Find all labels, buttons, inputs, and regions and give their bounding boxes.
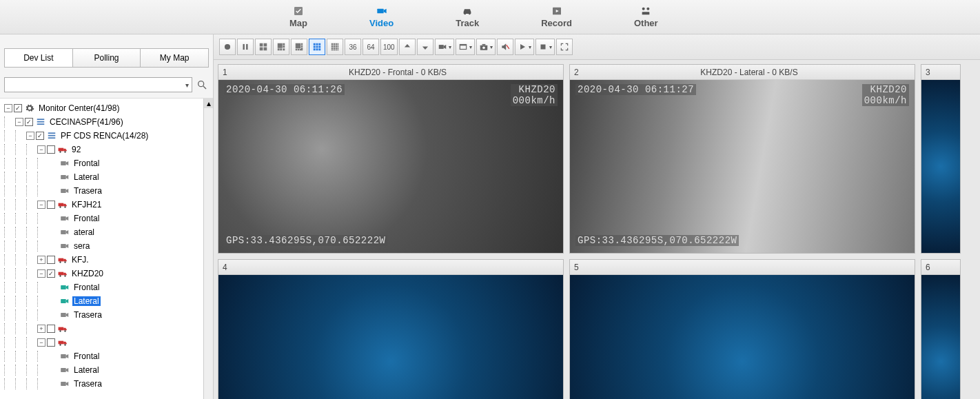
tool-play[interactable]: [515, 39, 534, 55]
expander-icon[interactable]: −: [37, 269, 45, 278]
svg-rect-76: [331, 43, 333, 45]
checkbox[interactable]: [47, 269, 55, 278]
tool-grid16[interactable]: [327, 39, 343, 55]
tool-grid4[interactable]: [255, 39, 272, 55]
tool-fullscreen[interactable]: [556, 39, 573, 55]
expander-icon[interactable]: +: [37, 256, 45, 264]
expander-icon[interactable]: −: [15, 118, 23, 126]
num-label: 64: [367, 43, 374, 51]
svg-rect-63: [296, 49, 297, 50]
tool-grid8[interactable]: [291, 39, 307, 55]
tree-node-label[interactable]: Lateral: [72, 365, 101, 375]
list-icon: [46, 131, 57, 141]
tab-my-map[interactable]: My Map: [141, 48, 209, 68]
checkbox[interactable]: [25, 118, 33, 126]
tool-grid6[interactable]: [273, 39, 289, 55]
checkbox[interactable]: [47, 256, 55, 264]
tree-node-label[interactable]: 92: [70, 145, 82, 154]
tool-grid36[interactable]: 36: [345, 39, 361, 55]
tile-body[interactable]: 2020-04-30 06:11:26KHZD20000km/hGPS:33.4…: [218, 80, 563, 253]
tool-mute[interactable]: [497, 39, 513, 55]
search-button[interactable]: [195, 78, 209, 92]
svg-point-8: [198, 81, 204, 87]
tile-number: 3: [926, 68, 935, 77]
expander-icon[interactable]: −: [26, 132, 34, 140]
tool-grid64[interactable]: 64: [363, 39, 379, 55]
nav-track[interactable]: Track: [456, 6, 479, 28]
nav-other[interactable]: Other: [634, 6, 658, 28]
svg-rect-22: [59, 203, 64, 207]
tool-stop[interactable]: [535, 39, 555, 55]
tree-node-label[interactable]: Frontal: [72, 283, 101, 292]
tile-body[interactable]: [921, 275, 960, 399]
tree-node-label[interactable]: Lateral: [72, 296, 101, 306]
tool-stream[interactable]: [435, 39, 454, 55]
tile-body[interactable]: [921, 80, 960, 253]
nav-video[interactable]: Video: [369, 6, 394, 28]
tile-title: KHZD20 - Lateral - 0 KB/S: [588, 68, 910, 77]
video-tile[interactable]: 3: [921, 64, 961, 254]
svg-rect-16: [59, 148, 64, 152]
search-combo[interactable]: [4, 77, 192, 92]
svg-point-96: [482, 46, 485, 49]
tree-node-label[interactable]: CECINASPF(41/96): [48, 117, 125, 127]
tile-body[interactable]: [570, 275, 915, 399]
tree-node-label[interactable]: Trasera: [72, 310, 103, 320]
camera-icon: [59, 227, 70, 237]
camera-icon: [59, 365, 70, 375]
tool-grid9[interactable]: [309, 39, 325, 55]
tree-scrollbar[interactable]: ▴: [203, 99, 213, 399]
svg-rect-49: [260, 43, 263, 47]
nav-map[interactable]: Map: [289, 6, 307, 28]
tile-body[interactable]: [218, 275, 563, 399]
tree-node-label[interactable]: PF CDS RENCA(14/28): [59, 131, 150, 141]
svg-rect-37: [59, 327, 64, 331]
tree-node-label[interactable]: Lateral: [72, 172, 101, 182]
checkbox[interactable]: [47, 325, 55, 333]
expander-icon[interactable]: −: [37, 338, 45, 347]
video-tile[interactable]: 2KHZD20 - Lateral - 0 KB/S2020-04-30 06:…: [569, 64, 915, 254]
svg-rect-85: [334, 48, 335, 49]
tile-body[interactable]: 2020-04-30 06:11:27KHZD20000km/hGPS:33.4…: [570, 80, 915, 253]
tool-grid100[interactable]: 100: [380, 39, 398, 55]
device-tree[interactable]: −Monitor Center(41/98)−CECINASPF(41/96)−…: [0, 98, 213, 399]
expander-icon[interactable]: −: [4, 104, 12, 112]
checkbox[interactable]: [47, 201, 55, 209]
expander-icon[interactable]: +: [37, 325, 45, 333]
expander-icon[interactable]: −: [37, 201, 45, 209]
tree-node-label[interactable]: Trasera: [72, 186, 103, 196]
expander-icon[interactable]: −: [37, 145, 45, 154]
tool-record[interactable]: [219, 39, 236, 55]
tree-node-label[interactable]: sera: [72, 241, 91, 251]
tool-pause[interactable]: [237, 39, 254, 55]
svg-rect-64: [298, 49, 299, 50]
tool-window[interactable]: [456, 39, 475, 55]
tool-page-down[interactable]: [417, 39, 433, 55]
tree-node-label[interactable]: Frontal: [72, 214, 101, 223]
video-tile[interactable]: 6: [921, 259, 961, 399]
video-tile[interactable]: 4: [218, 259, 564, 399]
checkbox[interactable]: [36, 132, 44, 140]
checkbox[interactable]: [47, 145, 55, 154]
tab-polling[interactable]: Polling: [73, 48, 141, 68]
video-tile[interactable]: 1KHZD20 - Frontal - 0 KB/S2020-04-30 06:…: [218, 64, 564, 254]
tree-node-label[interactable]: KFJH21: [70, 200, 103, 209]
tree-node-label[interactable]: KHZD20: [70, 269, 105, 278]
tool-page-up[interactable]: [399, 39, 416, 55]
nav-record[interactable]: Record: [541, 6, 572, 28]
svg-rect-61: [301, 45, 303, 47]
tab-dev-list[interactable]: Dev List: [4, 48, 73, 68]
tree-node-label[interactable]: Trasera: [72, 379, 103, 389]
truck-icon: [57, 324, 68, 334]
tree-node-label[interactable]: Monitor Center(41/98): [37, 103, 121, 113]
checkbox[interactable]: [14, 104, 22, 112]
tree-node-label[interactable]: KFJ.: [70, 255, 90, 265]
tool-snapshot[interactable]: [476, 39, 496, 55]
checkbox[interactable]: [47, 338, 55, 347]
video-tile[interactable]: 5: [569, 259, 915, 399]
tree-node-label[interactable]: Frontal: [72, 158, 101, 168]
tree-node-label[interactable]: ateral: [72, 227, 96, 237]
svg-rect-55: [283, 45, 285, 48]
tree-node-label[interactable]: Frontal: [72, 351, 101, 361]
scroll-up-icon[interactable]: ▴: [204, 99, 213, 108]
